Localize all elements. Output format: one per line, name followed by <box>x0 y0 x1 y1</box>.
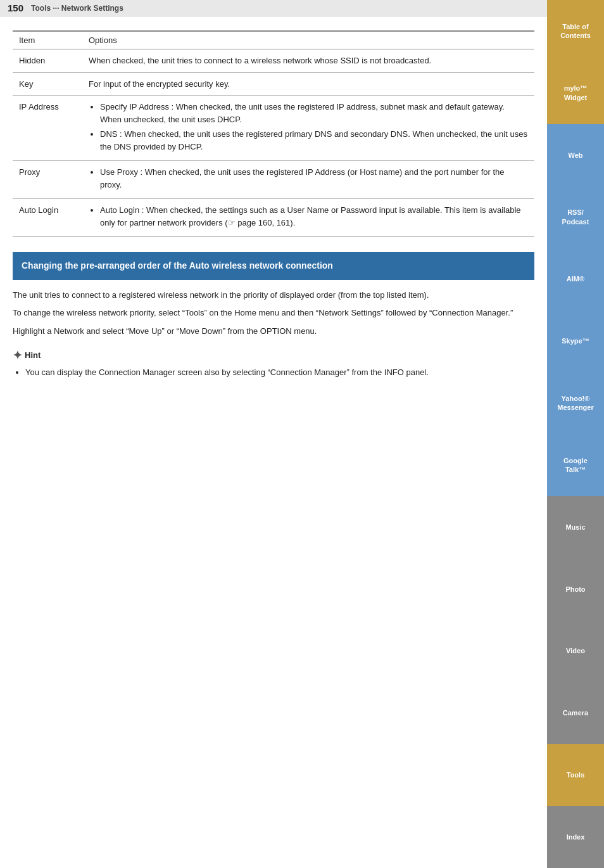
sidebar-item-camera[interactable]: Camera <box>547 682 604 744</box>
hint-item: You can display the Connection Manager s… <box>25 366 534 380</box>
table-cell-item: Hidden <box>13 49 82 73</box>
body-paragraph: To change the wireless network priority,… <box>13 307 534 320</box>
main-content: Item Options HiddenWhen checked, the uni… <box>0 16 547 395</box>
table-cell-options: Specify IP Address : When checked, the u… <box>82 96 534 161</box>
col-header-options: Options <box>82 31 534 49</box>
hint-header: ✦ Hint <box>13 348 534 362</box>
table-row: ProxyUse Proxy : When checked, the unit … <box>13 161 534 199</box>
page-header: 150 Tools ··· Network Settings <box>0 0 604 16</box>
list-item: Use Proxy : When checked, the unit uses … <box>100 166 528 191</box>
bullet-list: Auto Login : When checked, the settings … <box>89 204 528 229</box>
sidebar-item-mylo[interactable]: mylo™Widget <box>547 62 604 124</box>
sidebar-item-photo[interactable]: Photo <box>547 558 604 620</box>
section-title: Changing the pre-arranged order of the A… <box>22 260 333 271</box>
sidebar-item-yahoo[interactable]: Yahoo!®Messenger <box>547 372 604 434</box>
table-row: HiddenWhen checked, the unit tries to co… <box>13 49 534 73</box>
body-paragraph: The unit tries to connect to a registere… <box>13 289 534 302</box>
bullet-list: Use Proxy : When checked, the unit uses … <box>89 166 528 191</box>
table-cell-item: Auto Login <box>13 199 82 237</box>
bullet-list: Specify IP Address : When checked, the u… <box>89 101 528 153</box>
sidebar-item-skype[interactable]: Skype™ <box>547 310 604 372</box>
section-header: Changing the pre-arranged order of the A… <box>13 252 534 280</box>
sidebar-item-rss[interactable]: RSS/Podcast <box>547 186 604 248</box>
breadcrumb: Tools ··· Network Settings <box>31 4 123 13</box>
col-header-item: Item <box>13 31 82 49</box>
list-item: Auto Login : When checked, the settings … <box>100 204 528 229</box>
list-item: Specify IP Address : When checked, the u… <box>100 101 528 125</box>
sidebar-item-toc[interactable]: Table ofContents <box>547 0 604 62</box>
hint-label: Hint <box>25 350 41 360</box>
sidebar-item-tools[interactable]: Tools <box>547 744 604 806</box>
table-cell-item: Key <box>13 72 82 96</box>
sidebar-item-video[interactable]: Video <box>547 620 604 682</box>
sidebar: Table ofContentsmylo™WidgetWebRSS/Podcas… <box>547 0 604 868</box>
sidebar-item-web[interactable]: Web <box>547 124 604 186</box>
table-cell-options: Use Proxy : When checked, the unit uses … <box>82 161 534 199</box>
table-row: Auto LoginAuto Login : When checked, the… <box>13 199 534 237</box>
sidebar-item-google[interactable]: GoogleTalk™ <box>547 434 604 496</box>
table-cell-options: Auto Login : When checked, the settings … <box>82 199 534 237</box>
table-cell-item: Proxy <box>13 161 82 199</box>
sidebar-item-index[interactable]: Index <box>547 806 604 868</box>
sidebar-item-music[interactable]: Music <box>547 496 604 558</box>
table-cell-options: For input of the encrypted security key. <box>82 72 534 96</box>
body-paragraph: Highlight a Network and select “Move Up”… <box>13 325 534 338</box>
table-row: KeyFor input of the encrypted security k… <box>13 72 534 96</box>
hint-icon: ✦ <box>13 348 22 362</box>
table-row: IP AddressSpecify IP Address : When chec… <box>13 96 534 161</box>
list-item: DNS : When checked, the unit uses the re… <box>100 128 528 153</box>
table-cell-item: IP Address <box>13 96 82 161</box>
hint-list: You can display the Connection Manager s… <box>13 366 534 380</box>
sidebar-item-aim[interactable]: AIM® <box>547 248 604 310</box>
page-number: 150 <box>8 3 23 13</box>
section-paragraphs: The unit tries to connect to a registere… <box>13 289 534 338</box>
settings-table: Item Options HiddenWhen checked, the uni… <box>13 30 534 237</box>
table-cell-options: When checked, the unit tries to connect … <box>82 49 534 73</box>
